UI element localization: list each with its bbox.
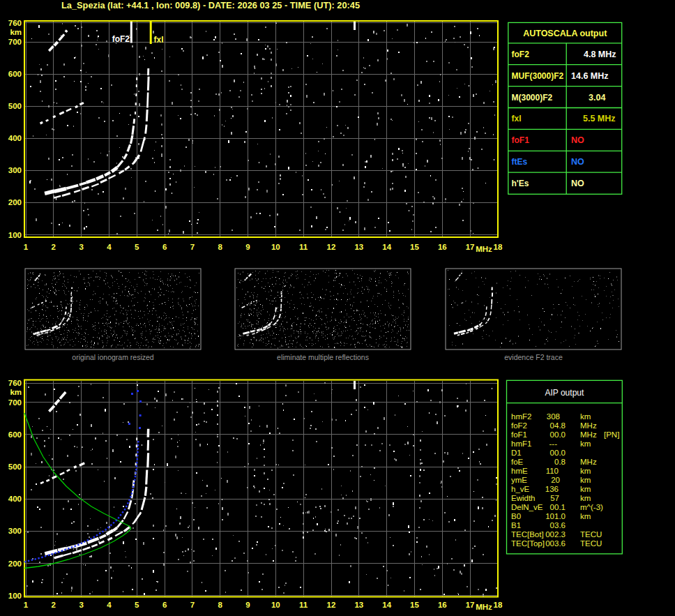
svg-text:002.3: 002.3 (545, 530, 566, 539)
svg-text:km: km (580, 485, 591, 493)
svg-text:km: km (580, 512, 591, 520)
svg-text:9: 9 (245, 601, 250, 609)
svg-text:original ionogram resized: original ionogram resized (72, 353, 153, 361)
svg-text:eliminate multiple reflections: eliminate multiple reflections (277, 353, 369, 361)
svg-text:700: 700 (8, 398, 22, 407)
svg-text:[PN]: [PN] (604, 430, 619, 439)
svg-text:4: 4 (107, 601, 112, 609)
svg-text:760: 760 (8, 19, 22, 27)
svg-text:17: 17 (466, 601, 475, 609)
svg-text:00.0: 00.0 (550, 449, 566, 457)
svg-text:04.8: 04.8 (550, 421, 566, 430)
svg-text:500: 500 (8, 102, 22, 110)
svg-text:km: km (10, 28, 22, 36)
svg-text:DelN_vE: DelN_vE (511, 503, 543, 511)
svg-text:foF2: foF2 (512, 50, 530, 59)
svg-text:13: 13 (354, 601, 363, 609)
svg-text:MUF(3000)F2: MUF(3000)F2 (512, 71, 564, 81)
svg-text:15: 15 (410, 243, 419, 251)
svg-text:500: 500 (8, 463, 22, 471)
svg-text:fxI: fxI (154, 35, 164, 45)
svg-text:MHz: MHz (580, 458, 597, 466)
svg-text:3: 3 (79, 601, 83, 609)
svg-text:3.04: 3.04 (589, 93, 605, 103)
svg-text:11: 11 (299, 243, 308, 251)
svg-text:00.1: 00.1 (550, 503, 566, 511)
svg-text:03.6: 03.6 (550, 521, 566, 529)
svg-text:5.5 MHz: 5.5 MHz (583, 114, 616, 123)
svg-text:700: 700 (8, 38, 22, 46)
svg-text:h'Es: h'Es (512, 179, 529, 188)
svg-text:300: 300 (8, 527, 22, 535)
svg-text:MHz: MHz (580, 421, 597, 430)
svg-text:M(3000)F2: M(3000)F2 (512, 93, 553, 103)
svg-text:11: 11 (299, 601, 308, 609)
svg-text:TEC[Bot]: TEC[Bot] (511, 530, 544, 539)
svg-text:0.8: 0.8 (554, 458, 566, 466)
svg-text:km: km (10, 388, 22, 396)
svg-text:4.8 MHz: 4.8 MHz (584, 50, 616, 59)
svg-text:TEC[Top]: TEC[Top] (511, 539, 545, 548)
svg-text:16: 16 (438, 243, 447, 251)
svg-text:101.0: 101.0 (545, 512, 566, 520)
svg-text:5: 5 (135, 243, 139, 251)
svg-text:NO: NO (571, 157, 584, 167)
svg-text:20: 20 (551, 476, 560, 484)
svg-text:17: 17 (466, 243, 475, 251)
svg-text:h_vE: h_vE (511, 485, 530, 493)
svg-text:760: 760 (8, 379, 22, 387)
svg-text:110: 110 (546, 467, 559, 475)
svg-text:8: 8 (218, 601, 223, 609)
svg-text:200: 200 (8, 559, 22, 568)
svg-text:4: 4 (107, 243, 112, 251)
svg-text:foF1: foF1 (511, 430, 527, 439)
svg-text:10: 10 (271, 243, 280, 251)
svg-text:6: 6 (162, 243, 167, 251)
svg-text:18: 18 (494, 601, 503, 609)
svg-text:Ewidth: Ewidth (511, 494, 536, 502)
svg-text:km: km (580, 467, 591, 475)
svg-text:B0: B0 (511, 512, 521, 520)
svg-text:5: 5 (135, 601, 139, 609)
svg-text:km: km (580, 412, 591, 421)
svg-text:fxI: fxI (512, 114, 522, 123)
svg-text:MHz: MHz (476, 245, 492, 253)
svg-text:2: 2 (52, 601, 56, 609)
svg-text:hmE: hmE (511, 467, 528, 475)
svg-text:NO: NO (571, 179, 584, 188)
svg-text:7: 7 (190, 243, 195, 251)
svg-text:200: 200 (8, 198, 22, 206)
svg-text:La_Spezia (lat: +44.1 , lon: 0: La_Spezia (lat: +44.1 , lon: 009.8) - DA… (61, 0, 360, 10)
svg-text:ymE: ymE (511, 476, 527, 484)
svg-text:km: km (580, 476, 591, 484)
svg-text:AUTOSCALA output: AUTOSCALA output (523, 29, 607, 38)
svg-text:AIP output: AIP output (545, 388, 584, 398)
svg-text:2: 2 (52, 243, 56, 251)
svg-text:1: 1 (24, 243, 29, 251)
svg-text:ftEs: ftEs (512, 157, 528, 167)
svg-text:14: 14 (382, 601, 391, 609)
svg-text:3: 3 (79, 243, 83, 251)
svg-text:12: 12 (327, 601, 336, 609)
svg-text:136: 136 (545, 485, 559, 493)
svg-text:600: 600 (8, 70, 22, 78)
svg-text:D1: D1 (511, 449, 522, 457)
svg-text:7: 7 (190, 601, 195, 609)
svg-text:12: 12 (327, 243, 336, 251)
svg-text:100: 100 (8, 231, 22, 239)
svg-text:10: 10 (271, 601, 280, 609)
svg-text:---: --- (549, 440, 558, 448)
svg-text:8: 8 (218, 243, 223, 251)
svg-text:00.0: 00.0 (550, 430, 566, 439)
svg-text:15: 15 (410, 601, 419, 609)
svg-text:300: 300 (8, 166, 22, 174)
svg-text:km: km (580, 440, 591, 448)
svg-text:NO: NO (571, 135, 584, 145)
svg-text:m^(-3): m^(-3) (580, 503, 603, 511)
svg-text:9: 9 (245, 243, 250, 251)
svg-text:MHz: MHz (476, 603, 492, 611)
svg-text:600: 600 (8, 430, 22, 439)
svg-text:hmF1: hmF1 (511, 440, 531, 448)
svg-text:6: 6 (162, 601, 167, 609)
svg-text:308: 308 (547, 412, 560, 421)
